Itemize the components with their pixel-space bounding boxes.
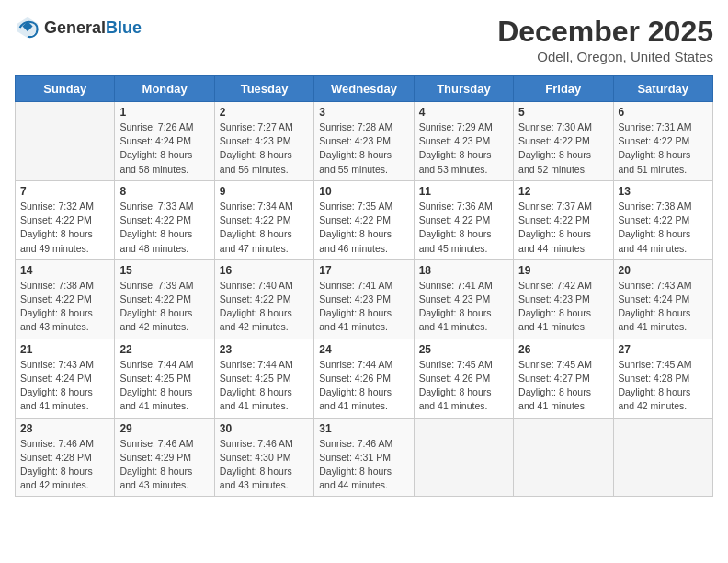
day-info: Sunrise: 7:46 AM Sunset: 4:31 PM Dayligh… (319, 437, 408, 493)
day-number: 17 (319, 264, 408, 277)
sunrise: Sunrise: 7:33 AM (119, 201, 193, 212)
calendar-cell: 12 Sunrise: 7:37 AM Sunset: 4:22 PM Dayl… (514, 180, 613, 259)
sunrise: Sunrise: 7:28 AM (319, 121, 392, 132)
day-info: Sunrise: 7:43 AM Sunset: 4:24 PM Dayligh… (20, 358, 109, 414)
sunrise: Sunrise: 7:41 AM (319, 280, 392, 291)
calendar-cell: 21 Sunrise: 7:43 AM Sunset: 4:24 PM Dayl… (16, 339, 115, 418)
sunrise: Sunrise: 7:44 AM (119, 359, 193, 370)
day-number: 18 (419, 264, 508, 277)
weekday-header-cell: Thursday (414, 76, 513, 102)
calendar-week-row: 7 Sunrise: 7:32 AM Sunset: 4:22 PM Dayli… (16, 180, 713, 259)
daylight: Daylight: 8 hours and 55 minutes. (319, 149, 392, 174)
daylight: Daylight: 8 hours and 46 minutes. (319, 228, 392, 253)
day-info: Sunrise: 7:46 AM Sunset: 4:28 PM Dayligh… (20, 437, 109, 493)
day-number: 2 (220, 106, 309, 119)
calendar-cell: 7 Sunrise: 7:32 AM Sunset: 4:22 PM Dayli… (16, 180, 115, 259)
calendar-week-row: 28 Sunrise: 7:46 AM Sunset: 4:28 PM Dayl… (16, 418, 713, 497)
day-info: Sunrise: 7:46 AM Sunset: 4:29 PM Dayligh… (119, 437, 209, 493)
sunrise: Sunrise: 7:46 AM (319, 438, 392, 449)
calendar-cell: 8 Sunrise: 7:33 AM Sunset: 4:22 PM Dayli… (115, 180, 214, 259)
calendar-cell: 10 Sunrise: 7:35 AM Sunset: 4:22 PM Dayl… (314, 180, 414, 259)
daylight: Daylight: 8 hours and 41 minutes. (319, 386, 392, 411)
day-info: Sunrise: 7:45 AM Sunset: 4:26 PM Dayligh… (419, 358, 508, 414)
day-number: 21 (20, 343, 109, 356)
calendar-cell (16, 102, 115, 181)
sunset: Sunset: 4:25 PM (119, 373, 191, 384)
day-info: Sunrise: 7:38 AM Sunset: 4:22 PM Dayligh… (619, 200, 708, 256)
sunrise: Sunrise: 7:46 AM (119, 438, 193, 449)
sunrise: Sunrise: 7:44 AM (220, 359, 293, 370)
day-number: 28 (20, 422, 109, 435)
day-info: Sunrise: 7:37 AM Sunset: 4:22 PM Dayligh… (518, 200, 608, 256)
day-info: Sunrise: 7:45 AM Sunset: 4:27 PM Dayligh… (518, 358, 608, 414)
day-info: Sunrise: 7:44 AM Sunset: 4:26 PM Dayligh… (319, 358, 408, 414)
sunset: Sunset: 4:28 PM (619, 373, 690, 384)
calendar-cell: 17 Sunrise: 7:41 AM Sunset: 4:23 PM Dayl… (314, 259, 414, 339)
sunrise: Sunrise: 7:43 AM (20, 359, 94, 370)
daylight: Daylight: 8 hours and 41 minutes. (119, 386, 192, 411)
day-number: 31 (319, 422, 408, 435)
calendar-cell: 4 Sunrise: 7:29 AM Sunset: 4:23 PM Dayli… (414, 102, 513, 181)
sunrise: Sunrise: 7:43 AM (619, 280, 692, 291)
day-info: Sunrise: 7:31 AM Sunset: 4:22 PM Dayligh… (619, 121, 708, 177)
calendar-cell (414, 418, 513, 497)
logo-text: GeneralBlue (44, 18, 142, 38)
daylight: Daylight: 8 hours and 43 minutes. (220, 465, 292, 490)
day-number: 27 (619, 343, 708, 356)
calendar-cell: 1 Sunrise: 7:26 AM Sunset: 4:24 PM Dayli… (115, 102, 214, 181)
sunrise: Sunrise: 7:35 AM (319, 201, 392, 212)
sunrise: Sunrise: 7:38 AM (20, 280, 94, 291)
weekday-header-cell: Saturday (613, 76, 712, 102)
sunrise: Sunrise: 7:44 AM (319, 359, 392, 370)
day-number: 23 (220, 343, 309, 356)
sunset: Sunset: 4:22 PM (20, 293, 92, 304)
day-number: 15 (119, 264, 209, 277)
day-info: Sunrise: 7:46 AM Sunset: 4:30 PM Dayligh… (220, 437, 309, 493)
day-info: Sunrise: 7:26 AM Sunset: 4:24 PM Dayligh… (119, 121, 209, 177)
title-block: December 2025 Odell, Oregon, United Stat… (497, 15, 713, 64)
calendar-cell: 19 Sunrise: 7:42 AM Sunset: 4:23 PM Dayl… (514, 259, 613, 339)
day-number: 6 (619, 106, 708, 119)
day-number: 11 (419, 185, 508, 198)
calendar-cell: 16 Sunrise: 7:40 AM Sunset: 4:22 PM Dayl… (214, 259, 313, 339)
day-info: Sunrise: 7:29 AM Sunset: 4:23 PM Dayligh… (419, 121, 508, 177)
sunset: Sunset: 4:22 PM (220, 293, 291, 304)
sunset: Sunset: 4:24 PM (619, 293, 690, 304)
sunrise: Sunrise: 7:37 AM (518, 201, 592, 212)
daylight: Daylight: 8 hours and 48 minutes. (119, 228, 192, 253)
day-info: Sunrise: 7:33 AM Sunset: 4:22 PM Dayligh… (119, 200, 209, 256)
day-number: 22 (119, 343, 209, 356)
calendar-cell: 11 Sunrise: 7:36 AM Sunset: 4:22 PM Dayl… (414, 180, 513, 259)
daylight: Daylight: 8 hours and 41 minutes. (518, 386, 591, 411)
sunset: Sunset: 4:22 PM (419, 214, 491, 225)
daylight: Daylight: 8 hours and 41 minutes. (419, 386, 492, 411)
day-info: Sunrise: 7:44 AM Sunset: 4:25 PM Dayligh… (119, 358, 209, 414)
daylight: Daylight: 8 hours and 42 minutes. (220, 307, 292, 332)
day-info: Sunrise: 7:38 AM Sunset: 4:22 PM Dayligh… (20, 279, 109, 335)
sunset: Sunset: 4:23 PM (419, 135, 491, 146)
calendar-week-row: 14 Sunrise: 7:38 AM Sunset: 4:22 PM Dayl… (16, 259, 713, 339)
sunrise: Sunrise: 7:46 AM (220, 438, 293, 449)
daylight: Daylight: 8 hours and 42 minutes. (619, 386, 691, 411)
calendar-cell: 20 Sunrise: 7:43 AM Sunset: 4:24 PM Dayl… (613, 259, 712, 339)
sunset: Sunset: 4:22 PM (220, 214, 291, 225)
daylight: Daylight: 8 hours and 41 minutes. (619, 307, 691, 332)
day-info: Sunrise: 7:35 AM Sunset: 4:22 PM Dayligh… (319, 200, 408, 256)
daylight: Daylight: 8 hours and 42 minutes. (119, 307, 192, 332)
daylight: Daylight: 8 hours and 53 minutes. (419, 149, 492, 174)
sunset: Sunset: 4:29 PM (119, 452, 191, 463)
sunset: Sunset: 4:23 PM (518, 293, 590, 304)
sunrise: Sunrise: 7:30 AM (518, 121, 592, 132)
calendar-cell: 22 Sunrise: 7:44 AM Sunset: 4:25 PM Dayl… (115, 339, 214, 418)
sunset: Sunset: 4:22 PM (518, 214, 590, 225)
weekday-header-cell: Wednesday (314, 76, 414, 102)
calendar-cell: 9 Sunrise: 7:34 AM Sunset: 4:22 PM Dayli… (214, 180, 313, 259)
calendar-body: 1 Sunrise: 7:26 AM Sunset: 4:24 PM Dayli… (16, 102, 713, 497)
day-number: 12 (518, 185, 608, 198)
calendar-cell: 26 Sunrise: 7:45 AM Sunset: 4:27 PM Dayl… (514, 339, 613, 418)
day-info: Sunrise: 7:40 AM Sunset: 4:22 PM Dayligh… (220, 279, 309, 335)
sunset: Sunset: 4:26 PM (419, 373, 491, 384)
day-number: 13 (619, 185, 708, 198)
sunset: Sunset: 4:27 PM (518, 373, 590, 384)
calendar-cell: 3 Sunrise: 7:28 AM Sunset: 4:23 PM Dayli… (314, 102, 414, 181)
